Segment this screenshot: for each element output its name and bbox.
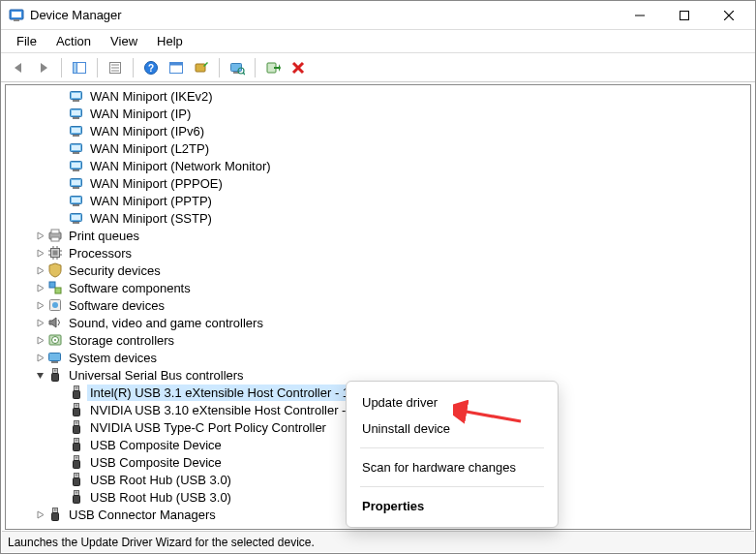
svg-rect-87	[75, 439, 79, 444]
svg-rect-48	[72, 215, 80, 220]
chevron-right-icon[interactable]	[33, 510, 46, 519]
svg-rect-42	[72, 180, 80, 185]
chevron-down-icon[interactable]	[33, 371, 46, 380]
svg-rect-100	[76, 492, 76, 494]
svg-rect-62	[49, 282, 55, 288]
context-menu-item[interactable]: Properties	[347, 493, 558, 519]
properties-button[interactable]	[104, 56, 127, 79]
tree-node[interactable]: WAN Miniport (IPv6)	[6, 122, 750, 139]
toolbar-separator	[133, 58, 134, 77]
tree-node-label: USB Connector Managers	[66, 507, 219, 523]
svg-rect-53	[53, 251, 58, 256]
svg-rect-50	[51, 230, 59, 233]
svg-rect-96	[76, 475, 76, 477]
chevron-right-icon[interactable]	[33, 266, 46, 275]
menu-help[interactable]: Help	[147, 32, 193, 50]
minimize-button[interactable]	[618, 1, 662, 30]
toolbar: ?	[1, 53, 755, 82]
toolbar-separator	[97, 58, 98, 77]
tree-node[interactable]: WAN Miniport (IKEv2)	[6, 87, 750, 105]
tree-node-label: Universal Serial Bus controllers	[66, 367, 247, 384]
svg-rect-32	[73, 135, 79, 137]
tree-node[interactable]: Sound, video and game controllers	[6, 314, 750, 331]
svg-rect-30	[72, 110, 80, 115]
help-button[interactable]: ?	[139, 56, 163, 79]
svg-rect-44	[73, 204, 79, 206]
chevron-right-icon[interactable]	[33, 319, 46, 327]
tree-node[interactable]: WAN Miniport (L2TP)	[6, 139, 750, 157]
show-hide-tree-button[interactable]	[68, 56, 91, 79]
svg-text:?: ?	[148, 63, 154, 74]
tree-node[interactable]: WAN Miniport (PPTP)	[6, 192, 750, 209]
action-menu-button[interactable]	[165, 56, 188, 79]
svg-rect-76	[76, 387, 76, 389]
tree-node-label: Sound, video and game controllers	[66, 315, 266, 331]
menu-action[interactable]: Action	[46, 32, 101, 50]
svg-rect-92	[76, 457, 76, 459]
tree-node[interactable]: WAN Miniport (Network Monitor)	[6, 157, 750, 174]
tree-node-label: USB Root Hub (USB 3.0)	[87, 472, 234, 488]
tree-node[interactable]: WAN Miniport (PPPOE)	[6, 174, 750, 192]
security-icon	[46, 262, 64, 279]
status-bar: Launches the Update Driver Wizard for th…	[2, 531, 754, 552]
usb-device-icon	[68, 453, 85, 471]
svg-rect-75	[75, 386, 79, 391]
network-adapter-icon	[68, 157, 85, 174]
svg-rect-82	[74, 409, 80, 416]
chevron-right-icon[interactable]	[33, 354, 46, 362]
svg-rect-105	[56, 509, 57, 511]
tree-node-label: WAN Miniport (SSTP)	[87, 210, 215, 227]
svg-rect-74	[52, 374, 59, 382]
forward-button[interactable]	[32, 56, 55, 79]
tree-node[interactable]: System devices	[6, 349, 750, 366]
context-menu-separator	[360, 486, 544, 487]
context-menu-separator	[360, 447, 544, 448]
svg-rect-95	[75, 474, 79, 478]
uninstall-button[interactable]	[287, 56, 310, 79]
network-adapter-icon	[68, 209, 85, 227]
svg-rect-84	[76, 422, 76, 424]
software-comp-icon	[46, 279, 64, 296]
svg-rect-47	[73, 222, 79, 224]
print-queue-icon	[46, 227, 64, 244]
tree-node[interactable]: Storage controllers	[6, 331, 750, 349]
tree-node[interactable]: Software devices	[6, 296, 750, 314]
tree-node-label: WAN Miniport (IKEv2)	[87, 88, 216, 105]
tree-node-label: Storage controllers	[66, 332, 177, 349]
scan-hardware-button[interactable]	[226, 56, 249, 79]
tree-node-label: WAN Miniport (L2TP)	[87, 140, 212, 157]
menu-view[interactable]: View	[101, 32, 147, 50]
back-button[interactable]	[7, 56, 30, 79]
usb-device-icon	[68, 384, 85, 401]
tree-node[interactable]: Print queues	[6, 227, 750, 244]
context-menu-item[interactable]: Update driver	[347, 389, 558, 416]
maximize-button[interactable]	[662, 1, 707, 30]
svg-rect-4	[680, 11, 689, 19]
chevron-right-icon[interactable]	[33, 301, 46, 310]
tree-node[interactable]: Software components	[6, 279, 750, 296]
svg-rect-103	[53, 508, 58, 513]
chevron-right-icon[interactable]	[33, 336, 46, 345]
svg-rect-73	[56, 370, 57, 372]
svg-rect-63	[55, 288, 61, 293]
chevron-right-icon[interactable]	[33, 249, 46, 258]
tree-node[interactable]: Processors	[6, 244, 750, 262]
update-driver-button[interactable]	[190, 56, 213, 79]
network-adapter-icon	[68, 192, 85, 209]
svg-rect-81	[77, 405, 78, 407]
tree-node[interactable]: WAN Miniport (IP)	[6, 105, 750, 122]
context-menu-item[interactable]: Scan for hardware changes	[347, 454, 558, 480]
enable-device-button[interactable]	[261, 56, 285, 79]
context-menu-item[interactable]: Uninstall device	[347, 416, 558, 442]
menu-file[interactable]: File	[7, 32, 46, 50]
window-controls	[618, 1, 751, 30]
tree-node[interactable]: WAN Miniport (SSTP)	[6, 209, 750, 227]
usb-device-icon	[68, 471, 85, 488]
toolbar-separator	[61, 58, 62, 77]
close-button[interactable]	[707, 1, 751, 30]
tree-node[interactable]: Security devices	[6, 262, 750, 279]
svg-rect-104	[54, 509, 55, 511]
chevron-right-icon[interactable]	[33, 284, 46, 292]
chevron-right-icon[interactable]	[33, 231, 46, 240]
svg-rect-102	[74, 496, 80, 504]
